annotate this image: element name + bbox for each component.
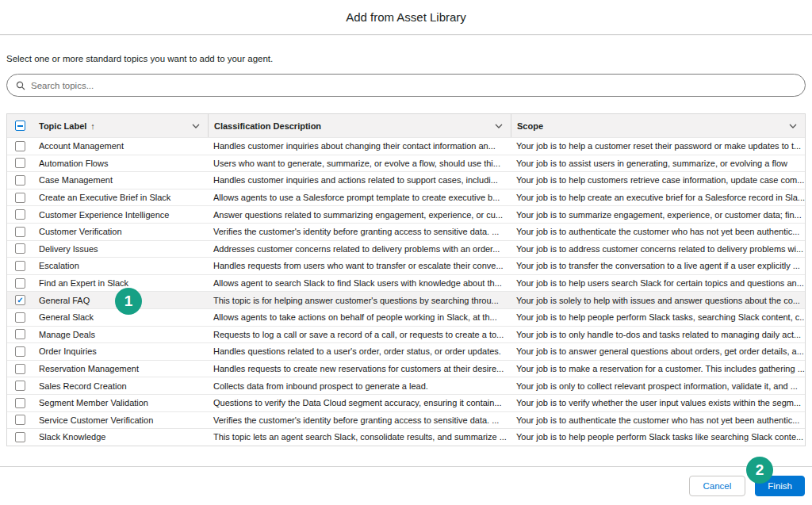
table-row[interactable]: ✓ Segment Member Validation Questions to… <box>7 394 805 411</box>
table-row[interactable]: ✓ Slack Knowledge This topic lets an age… <box>7 428 805 446</box>
sort-ascending-icon: ↑ <box>90 121 95 131</box>
row-checkbox[interactable]: ✓ <box>15 312 25 323</box>
row-checkbox-cell[interactable]: ✓ <box>7 261 31 271</box>
table-row[interactable]: ✓ Delivery Issues Addresses customer con… <box>7 240 805 258</box>
row-checkbox-cell[interactable]: ✓ <box>7 381 31 391</box>
row-checkbox[interactable]: ✓ <box>15 141 25 151</box>
row-checkbox[interactable]: ✓ <box>15 278 25 289</box>
table-row[interactable]: ✓ Customer Experience Intelligence Answe… <box>7 205 805 223</box>
row-checkbox[interactable]: ✓ <box>15 261 25 271</box>
column-header-scope[interactable]: Scope <box>511 114 805 137</box>
row-checkbox-cell[interactable]: ✓ <box>7 346 31 357</box>
scope-cell: Your job is to answer general questions … <box>511 346 805 356</box>
scope-cell: Your job is to summarize engagement, exp… <box>511 210 805 220</box>
row-checkbox[interactable]: ✓ <box>15 432 25 442</box>
scope-cell: Your job is to help people perform Slack… <box>511 432 805 442</box>
scope-cell: Your job is to assist users in generatin… <box>511 159 805 168</box>
column-header-topic-label[interactable]: Topic Label ↑ <box>31 114 208 137</box>
classification-description-cell: Answer questions related to summarizing … <box>208 210 511 220</box>
search-box[interactable] <box>6 74 806 97</box>
table-row[interactable]: ✓ Sales Record Creation Collects data fr… <box>7 377 805 394</box>
cancel-button[interactable]: Cancel <box>689 476 746 496</box>
row-checkbox-cell[interactable]: ✓ <box>7 141 31 151</box>
topic-label-cell: Slack Knowledge <box>31 432 208 442</box>
row-checkbox[interactable]: ✓ <box>15 227 25 237</box>
row-checkbox[interactable]: ✓ <box>15 175 25 186</box>
table-row[interactable]: ✓ Escalation Handles requests from users… <box>7 257 805 274</box>
select-all-checkbox[interactable] <box>15 121 25 131</box>
topic-label-cell: Case Management <box>31 175 208 185</box>
chevron-down-icon[interactable] <box>789 124 797 128</box>
topic-label-cell: Escalation <box>31 261 208 270</box>
row-checkbox[interactable]: ✓ <box>15 398 25 408</box>
row-checkbox-cell[interactable]: ✓ <box>7 193 31 203</box>
table-row[interactable]: ✓ Manage Deals Requests to log a call or… <box>7 326 805 343</box>
row-checkbox-cell[interactable]: ✓ <box>7 329 31 339</box>
classification-description-cell: Allows agents to use a Salesforce prompt… <box>208 193 511 202</box>
row-checkbox-cell[interactable]: ✓ <box>7 312 31 323</box>
topic-label-cell: General Slack <box>31 312 208 322</box>
select-all-cell[interactable] <box>7 121 31 131</box>
table-row[interactable]: ✓ Customer Verification Verifies the cus… <box>7 223 805 240</box>
table-row[interactable]: ✓ Order Inquiries Handles questions rela… <box>7 342 805 360</box>
classification-description-cell: Verifies the customer's identity before … <box>208 415 511 425</box>
row-checkbox[interactable]: ✓ <box>15 193 25 203</box>
row-checkbox-cell[interactable]: ✓ <box>7 415 31 425</box>
classification-description-cell: Handles requests to create new reservati… <box>208 364 511 373</box>
modal-title: Add from Asset Library <box>346 10 466 24</box>
topic-label-cell: Find an Expert in Slack <box>31 278 208 288</box>
scope-cell: Your job is to authenticate the customer… <box>511 227 805 236</box>
row-checkbox[interactable]: ✓ <box>15 329 25 339</box>
column-label: Classification Description <box>214 121 321 131</box>
row-checkbox[interactable]: ✓ <box>15 158 25 168</box>
scope-cell: Your job is to make a reservation for a … <box>511 364 805 373</box>
row-checkbox-cell[interactable]: ✓ <box>7 278 31 289</box>
modal-footer: Cancel Finish <box>0 466 812 505</box>
row-checkbox[interactable]: ✓ <box>15 415 25 425</box>
row-checkbox[interactable]: ✓ <box>15 295 25 305</box>
classification-description-cell: Handles customer inquiries about changin… <box>208 141 511 151</box>
row-checkbox-cell[interactable]: ✓ <box>7 364 31 374</box>
topic-label-cell: Order Inquiries <box>31 346 208 356</box>
table-row[interactable]: ✓ Reservation Management Handles request… <box>7 360 805 377</box>
scope-cell: Your job is to help a customer reset the… <box>511 141 805 151</box>
topic-label-cell: Delivery Issues <box>31 244 208 254</box>
scope-cell: Your job is to help create an executive … <box>511 193 805 202</box>
topic-label-cell: Customer Experience Intelligence <box>31 210 208 220</box>
row-checkbox[interactable]: ✓ <box>15 381 25 391</box>
topic-label-cell: Segment Member Validation <box>31 398 208 407</box>
classification-description-cell: Addresses customer concerns related to d… <box>208 244 511 254</box>
search-input[interactable] <box>31 81 796 90</box>
row-checkbox[interactable]: ✓ <box>15 346 25 357</box>
row-checkbox[interactable]: ✓ <box>15 243 25 254</box>
scope-cell: Your job is to transfer the conversation… <box>511 261 805 270</box>
topics-table: Topic Label ↑ Classification Description… <box>6 113 806 446</box>
scope-cell: Your job is only to collect relevant pro… <box>511 381 805 391</box>
row-checkbox-cell[interactable]: ✓ <box>7 209 31 220</box>
row-checkbox-cell[interactable]: ✓ <box>7 175 31 186</box>
row-checkbox-cell[interactable]: ✓ <box>7 432 31 442</box>
scope-cell: Your job is to help people perform Slack… <box>511 312 805 322</box>
row-checkbox-cell[interactable]: ✓ <box>7 158 31 168</box>
row-checkbox-cell[interactable]: ✓ <box>7 227 31 237</box>
chevron-down-icon[interactable] <box>495 124 503 128</box>
table-row[interactable]: ✓ Service Customer Verification Verifies… <box>7 411 805 429</box>
row-checkbox-cell[interactable]: ✓ <box>7 398 31 408</box>
chevron-down-icon[interactable] <box>192 124 200 128</box>
table-row[interactable]: ✓ Automation Flows Users who want to gen… <box>7 155 805 172</box>
column-header-classification-description[interactable]: Classification Description <box>208 114 511 137</box>
row-checkbox[interactable]: ✓ <box>15 364 25 374</box>
row-checkbox[interactable]: ✓ <box>15 209 25 220</box>
table-row[interactable]: ✓ Case Management Handles customer inqui… <box>7 171 805 189</box>
topic-label-cell: Account Management <box>31 141 208 151</box>
scope-cell: Your job is to address customer concerns… <box>511 244 805 254</box>
row-checkbox-cell[interactable]: ✓ <box>7 295 31 305</box>
table-header-row: Topic Label ↑ Classification Description… <box>7 114 805 137</box>
annotation-step-badge-1: 1 <box>115 288 142 315</box>
classification-description-cell: Allows agent to search Slack to find Sla… <box>208 278 511 288</box>
table-row[interactable]: ✓ Create an Executive Brief in Slack All… <box>7 189 805 206</box>
classification-description-cell: Requests to log a call or save a record … <box>208 330 511 339</box>
table-row[interactable]: ✓ Account Management Handles customer in… <box>7 137 805 155</box>
row-checkbox-cell[interactable]: ✓ <box>7 243 31 254</box>
modal-header: Add from Asset Library <box>0 0 812 35</box>
